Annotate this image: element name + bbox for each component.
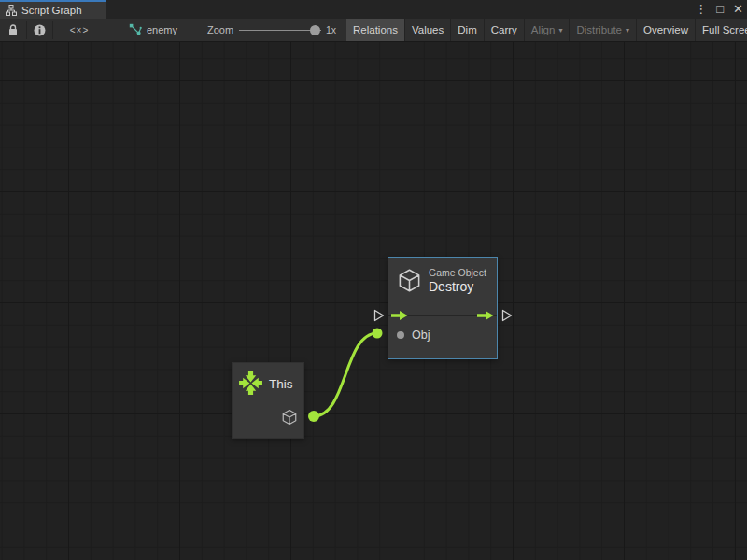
align-dropdown[interactable]: Align ▾	[525, 19, 570, 41]
carry-button[interactable]: Carry	[485, 19, 524, 41]
connection-wire[interactable]	[314, 333, 377, 416]
zoom-label: Zoom	[207, 19, 233, 41]
zoom-slider-track[interactable]	[239, 30, 321, 32]
wire-layer	[0, 42, 747, 560]
teal-graph-icon	[129, 23, 142, 36]
breadcrumb-label: enemy	[147, 24, 177, 35]
obj-port-dot[interactable]	[397, 331, 404, 339]
converging-arrows-icon	[238, 371, 263, 396]
full-screen-button[interactable]: Full Screen	[696, 19, 747, 41]
info-circle-icon	[34, 24, 46, 36]
distribute-dropdown[interactable]: Distribute ▾	[570, 19, 636, 41]
tab-script-graph[interactable]: Script Graph	[0, 0, 106, 19]
relations-button[interactable]: Relations	[346, 19, 404, 41]
this-output-port[interactable]	[308, 411, 319, 422]
tab-strip: Script Graph ⋮ □ ✕	[0, 0, 747, 19]
script-graph-window: Script Graph ⋮ □ ✕ <×>	[0, 0, 747, 560]
window-menu-icon[interactable]: ⋮	[695, 0, 707, 19]
chevron-down-icon: ▾	[558, 26, 562, 35]
info-button[interactable]	[27, 19, 52, 41]
cube-output-icon	[281, 409, 298, 426]
hierarchy-graph-icon	[6, 5, 17, 16]
graph-toolbar: <×> enemy Zoom 1x Relations Values Dim	[0, 19, 747, 42]
flow-output-port-triangle-icon[interactable]	[500, 308, 514, 323]
code-preview-button[interactable]: <×>	[53, 19, 106, 41]
angle-brackets-x-icon: <×>	[70, 25, 90, 35]
breadcrumb[interactable]: enemy	[129, 19, 177, 41]
chevron-down-icon: ▾	[626, 26, 629, 35]
flow-input-port-triangle-icon[interactable]	[373, 308, 386, 323]
graph-canvas[interactable]: Game Object Destroy Obj	[0, 42, 747, 560]
dim-button[interactable]: Dim	[451, 19, 483, 41]
overview-button[interactable]: Overview	[637, 19, 695, 41]
node-category: Game Object	[429, 267, 486, 278]
zoom-slider-thumb[interactable]	[310, 25, 320, 35]
obj-port-label: Obj	[412, 329, 430, 342]
node-this[interactable]: This	[232, 362, 304, 439]
flow-in-arrow-icon	[391, 310, 408, 321]
toolbar-buttons: Relations Values Dim Carry Align ▾ Distr…	[346, 19, 747, 41]
padlock-icon	[7, 24, 19, 36]
lock-button[interactable]	[0, 19, 26, 41]
node-title: This	[269, 377, 293, 391]
flow-out-arrow-icon	[477, 310, 494, 321]
node-destroy[interactable]: Game Object Destroy Obj	[388, 257, 498, 359]
tab-title: Script Graph	[21, 5, 82, 16]
cube-wireframe-icon	[397, 268, 422, 293]
values-button[interactable]: Values	[405, 19, 450, 41]
zoom-value: 1x	[326, 19, 336, 41]
window-maximize-icon[interactable]: □	[716, 0, 724, 19]
window-close-icon[interactable]: ✕	[733, 0, 743, 19]
destroy-obj-input-port[interactable]	[373, 329, 383, 339]
node-title: Destroy	[429, 279, 473, 294]
